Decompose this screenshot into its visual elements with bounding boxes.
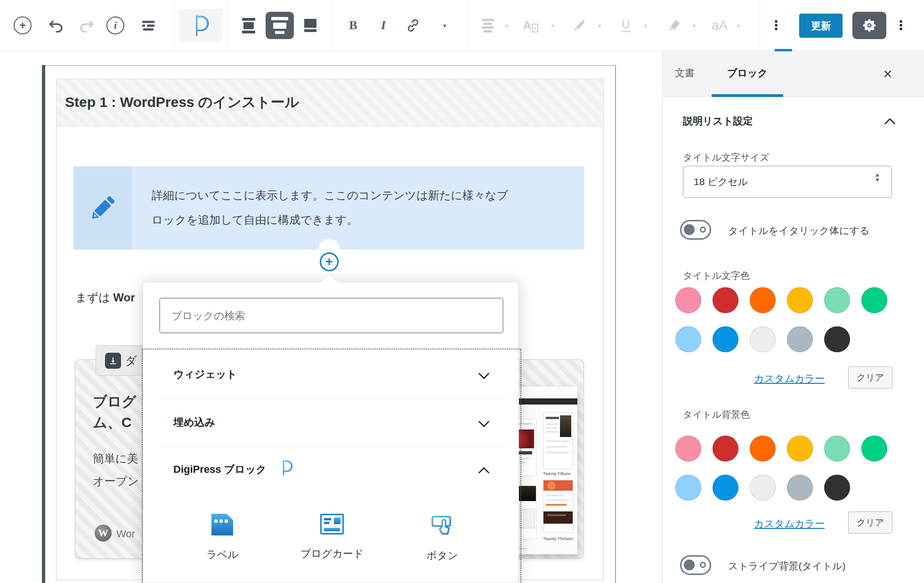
pencil-icon xyxy=(87,193,118,224)
layout-bottom-icon xyxy=(304,19,316,32)
block-type-button-button[interactable]: ボタン xyxy=(403,514,481,563)
color-swatch[interactable] xyxy=(675,475,701,501)
brush-icon xyxy=(573,19,586,32)
italic-button[interactable]: I xyxy=(373,15,394,36)
color-swatch[interactable] xyxy=(824,287,850,313)
color-swatch[interactable] xyxy=(787,287,813,313)
digipress-logo-icon xyxy=(193,14,210,37)
color-swatch[interactable] xyxy=(750,287,776,313)
block-more-options-button[interactable]: ⋮ xyxy=(768,15,784,36)
settings-button[interactable] xyxy=(852,12,886,39)
font-size-select[interactable]: 18 ピクセル ▲▼ xyxy=(683,166,892,198)
chevron-down-icon xyxy=(478,368,489,379)
color-swatch[interactable] xyxy=(824,326,850,352)
color-swatch[interactable] xyxy=(787,475,813,501)
search-input[interactable] xyxy=(170,299,493,333)
digipress-logo-icon xyxy=(281,459,293,476)
block-type-blogcard-button[interactable]: ブログカード xyxy=(293,514,371,561)
custom-color-link[interactable]: カスタムカラー xyxy=(754,517,825,530)
active-tab-indicator xyxy=(712,94,783,97)
color-swatch[interactable] xyxy=(824,436,850,462)
translate-icon: A xyxy=(523,19,531,32)
chevron-down-icon: ▾ xyxy=(548,19,558,32)
brush-button-disabled xyxy=(569,15,590,36)
color-swatch[interactable] xyxy=(861,436,887,462)
content-structure-button[interactable]: i xyxy=(105,15,126,36)
tab-block[interactable]: ブロック xyxy=(727,66,768,80)
block-navigation-button[interactable] xyxy=(138,15,159,36)
sidebar-tab-bar: 文書 ブロック ✕ xyxy=(663,51,924,97)
bold-button[interactable]: B xyxy=(343,15,364,36)
download-button[interactable]: ダ xyxy=(96,345,145,376)
clear-color-button[interactable]: クリア xyxy=(848,511,892,534)
custom-color-link[interactable]: カスタムカラー xyxy=(754,372,825,385)
color-swatch[interactable] xyxy=(750,436,776,462)
block-heading-text: Step 1 : WordPress のインストール xyxy=(65,93,299,112)
toolbar-separator xyxy=(467,0,468,50)
close-sidebar-button[interactable]: ✕ xyxy=(877,63,899,85)
label-block-icon xyxy=(211,514,233,535)
color-swatch[interactable] xyxy=(750,326,776,352)
italic-toggle-label: タイトルをイタリック体にする xyxy=(728,224,869,237)
chevron-down-icon: ▾ xyxy=(641,19,650,32)
color-swatch[interactable] xyxy=(713,436,738,462)
toolbar-separator xyxy=(174,0,175,50)
panel-title[interactable]: 説明リスト設定 xyxy=(683,114,753,128)
undo-button[interactable] xyxy=(46,15,67,36)
underline-button-disabled: U xyxy=(616,15,636,36)
info-callout-block[interactable]: 詳細についてここに表示します。ここのコンテンツは新たに様々なブ ロックを追加して… xyxy=(73,166,584,250)
editor-more-options-button[interactable]: ⋮ xyxy=(893,15,909,36)
icon-position-middle-button-selected[interactable] xyxy=(266,12,294,39)
add-block-button[interactable]: + xyxy=(12,15,33,36)
dl-block-title[interactable]: Step 1 : WordPress のインストール xyxy=(56,79,604,126)
color-swatch[interactable] xyxy=(713,326,738,352)
kebab-icon: ⋮ xyxy=(895,18,908,33)
icon-position-bottom-button[interactable] xyxy=(300,15,321,36)
chevron-up-icon xyxy=(478,467,489,478)
update-button[interactable]: 更新 xyxy=(799,14,843,38)
color-swatch[interactable] xyxy=(713,475,738,501)
chevron-up-icon[interactable] xyxy=(884,118,895,129)
icon-position-top-button[interactable] xyxy=(238,15,259,36)
chevron-down-icon: ▾ xyxy=(689,19,699,32)
stripe-bg-toggle[interactable] xyxy=(680,555,711,575)
redo-icon xyxy=(78,18,94,32)
color-swatch[interactable] xyxy=(787,326,813,352)
callout-text[interactable]: 詳細についてここに表示します。ここのコンテンツは新たに様々なブ ロックを追加して… xyxy=(152,183,566,232)
inline-add-block-button[interactable]: + xyxy=(320,252,339,271)
toggle-knob xyxy=(684,224,695,235)
settings-sidebar: 文書 ブロック ✕ 説明リスト設定 タイトル文字サイズ 18 ピクセル ▲▼ タ… xyxy=(662,51,924,583)
color-swatch[interactable] xyxy=(675,287,701,313)
color-swatch[interactable] xyxy=(861,287,887,313)
section-label: 埋め込み xyxy=(173,415,215,429)
more-formatting-dropdown[interactable]: ▾ xyxy=(440,19,449,32)
digipress-block-parent-button[interactable] xyxy=(179,9,223,42)
bold-icon: B xyxy=(349,18,357,32)
list-outline-icon xyxy=(142,21,154,31)
redo-button[interactable] xyxy=(76,15,97,36)
color-swatch[interactable] xyxy=(787,436,813,462)
block-type-label-button[interactable]: ラベル xyxy=(183,514,261,562)
section-label: DigiPress ブロック xyxy=(173,462,267,477)
clear-color-button[interactable]: クリア xyxy=(848,366,892,389)
info-icon: i xyxy=(106,16,124,34)
blog-card-title: ブログ ム、C xyxy=(93,391,136,433)
block-search-field[interactable] xyxy=(159,298,503,333)
toolbar-separator xyxy=(332,0,333,50)
paragraph-text[interactable]: まずは Wor xyxy=(75,290,135,305)
text-color-palette xyxy=(675,287,895,352)
layout-middle-icon xyxy=(271,17,288,20)
color-swatch[interactable] xyxy=(675,436,701,462)
color-swatch[interactable] xyxy=(675,326,701,352)
block-left-border xyxy=(42,65,45,583)
italic-toggle[interactable] xyxy=(680,220,711,240)
link-button[interactable] xyxy=(403,15,423,36)
color-swatch[interactable] xyxy=(713,287,738,313)
bg-color-palette xyxy=(675,436,895,501)
chevron-down-icon: ▾ xyxy=(502,19,511,32)
close-icon: ✕ xyxy=(883,67,893,81)
editor-window: + i xyxy=(0,0,924,583)
tab-document[interactable]: 文書 xyxy=(675,66,695,80)
color-swatch[interactable] xyxy=(824,475,850,501)
color-swatch[interactable] xyxy=(750,475,776,501)
